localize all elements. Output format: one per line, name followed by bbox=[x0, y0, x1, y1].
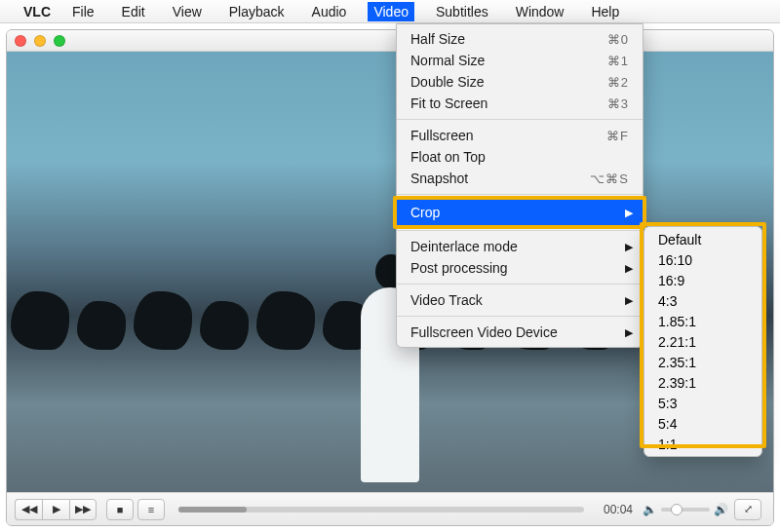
menu-help[interactable]: Help bbox=[585, 2, 625, 21]
submenu-arrow-icon: ▶ bbox=[625, 262, 633, 275]
zoom-icon[interactable] bbox=[54, 35, 65, 47]
seek-slider[interactable] bbox=[178, 507, 584, 513]
menu-crop[interactable]: Crop▶ bbox=[397, 200, 643, 225]
menu-snapshot[interactable]: Snapshot⌥⌘S bbox=[397, 168, 643, 189]
menu-fullscreen-video-device[interactable]: Fullscreen Video Device▶ bbox=[397, 322, 643, 343]
menu-view[interactable]: View bbox=[167, 2, 208, 21]
submenu-arrow-icon: ▶ bbox=[625, 326, 633, 339]
submenu-arrow-icon: ▶ bbox=[625, 207, 633, 219]
highlight-crop: Crop▶ bbox=[393, 196, 646, 229]
time-elapsed: 00:04 bbox=[604, 503, 633, 516]
close-icon[interactable] bbox=[15, 35, 26, 47]
menu-fullscreen[interactable]: Fullscreen⌘F bbox=[397, 125, 643, 146]
menu-separator bbox=[397, 119, 643, 120]
menu-half-size[interactable]: Half Size⌘0 bbox=[397, 28, 643, 50]
titlebar bbox=[7, 30, 773, 52]
menu-playback[interactable]: Playback bbox=[223, 2, 291, 21]
crop-1-85-1[interactable]: 1.85:1 bbox=[644, 311, 761, 331]
volume-low-icon[interactable]: 🔈 bbox=[643, 503, 657, 516]
crop-2-35-1[interactable]: 2.35:1 bbox=[644, 352, 761, 372]
crop-default[interactable]: Default bbox=[644, 229, 761, 249]
app-name[interactable]: VLC bbox=[23, 4, 51, 19]
crop-4-3[interactable]: 4:3 bbox=[644, 290, 761, 311]
crop-5-4[interactable]: 5:4 bbox=[644, 413, 761, 434]
crop-16-9[interactable]: 16:9 bbox=[644, 270, 761, 290]
menu-normal-size[interactable]: Normal Size⌘1 bbox=[397, 50, 643, 71]
menu-separator bbox=[397, 284, 643, 285]
video-menu: Half Size⌘0 Normal Size⌘1 Double Size⌘2 … bbox=[396, 23, 644, 348]
controls-bar: ◀◀ ▶ ▶▶ ■ ≡ 00:04 🔈 🔊 ⤢ bbox=[7, 492, 773, 525]
menu-edit[interactable]: Edit bbox=[116, 2, 151, 21]
next-button[interactable]: ▶▶ bbox=[69, 499, 97, 520]
menu-post-processing[interactable]: Post processing▶ bbox=[397, 257, 643, 279]
play-button[interactable]: ▶ bbox=[42, 499, 69, 520]
menu-video[interactable]: Video bbox=[368, 2, 414, 21]
crop-2-21-1[interactable]: 2.21:1 bbox=[644, 331, 761, 352]
menu-separator bbox=[397, 230, 643, 231]
crop-16-10[interactable]: 16:10 bbox=[644, 249, 761, 270]
crop-1-1[interactable]: 1:1 bbox=[644, 434, 761, 454]
menu-separator bbox=[397, 194, 643, 195]
menu-double-size[interactable]: Double Size⌘2 bbox=[397, 71, 643, 93]
volume-high-icon[interactable]: 🔊 bbox=[714, 503, 728, 516]
prev-button[interactable]: ◀◀ bbox=[15, 499, 42, 520]
menu-audio[interactable]: Audio bbox=[306, 2, 353, 21]
stop-button[interactable]: ■ bbox=[106, 499, 134, 520]
submenu-arrow-icon: ▶ bbox=[625, 294, 633, 307]
menu-fit-to-screen[interactable]: Fit to Screen⌘3 bbox=[397, 93, 643, 114]
volume-control: 🔈 🔊 bbox=[643, 503, 728, 516]
menu-video-track[interactable]: Video Track▶ bbox=[397, 289, 643, 311]
menu-window[interactable]: Window bbox=[510, 2, 570, 21]
mac-menubar: VLC File Edit View Playback Audio Video … bbox=[0, 0, 780, 23]
menu-subtitles[interactable]: Subtitles bbox=[430, 2, 494, 21]
menu-separator bbox=[397, 316, 643, 317]
menu-deinterlace-mode[interactable]: Deinterlace mode▶ bbox=[397, 236, 643, 257]
crop-2-39-1[interactable]: 2.39:1 bbox=[644, 372, 761, 393]
fullscreen-button[interactable]: ⤢ bbox=[734, 499, 761, 520]
crop-5-3[interactable]: 5:3 bbox=[644, 393, 761, 413]
minimize-icon[interactable] bbox=[34, 35, 46, 47]
crop-submenu: Default 16:10 16:9 4:3 1.85:1 2.21:1 2.3… bbox=[644, 226, 762, 457]
volume-slider[interactable] bbox=[661, 508, 710, 512]
menu-file[interactable]: File bbox=[66, 2, 100, 21]
submenu-arrow-icon: ▶ bbox=[625, 241, 633, 253]
menu-float-on-top[interactable]: Float on Top bbox=[397, 146, 643, 168]
playlist-button[interactable]: ≡ bbox=[137, 499, 165, 520]
